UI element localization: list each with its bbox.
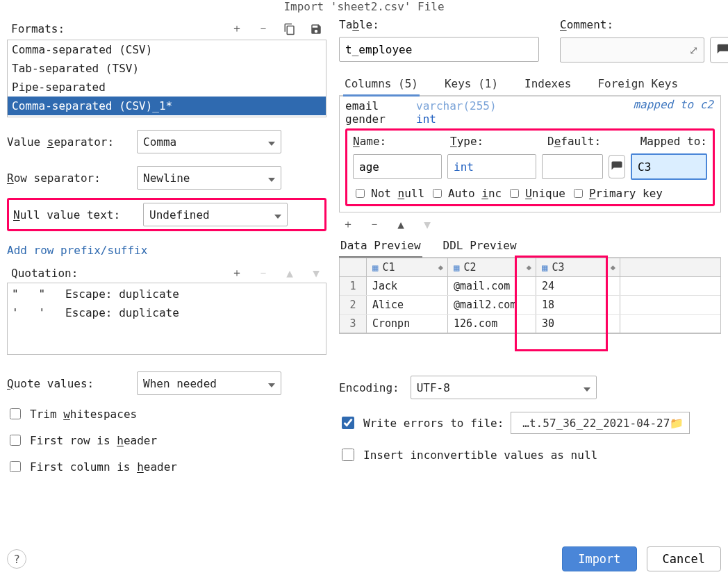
grid-header-c2[interactable]: ▦C2◆ (448, 258, 536, 276)
first-col-header-checkbox[interactable]: First column is header (7, 459, 326, 474)
columns-schema: mapped to c2 emailvarchar(255) genderint… (339, 97, 721, 212)
quotation-item[interactable]: " " Escape: duplicate (12, 287, 322, 301)
grid-cell[interactable]: 30 (536, 315, 620, 333)
remove-column-icon[interactable]: － (368, 218, 381, 231)
trim-whitespaces-checkbox[interactable]: Trim whitespaces (7, 406, 326, 421)
mapped-to-label: Mapped to: (640, 135, 707, 148)
row-separator-label: Row separator: (7, 172, 129, 185)
chevron-down-icon (584, 381, 590, 394)
tab-foreign-keys[interactable]: Foreign Keys (596, 73, 679, 95)
import-button[interactable]: Import (562, 546, 636, 571)
add-prefix-suffix-link[interactable]: Add row prefix/suffix (7, 244, 147, 257)
grid-cell[interactable]: Jack (367, 277, 448, 295)
write-errors-file-input[interactable]: 2021-04-27_22_36_57.txt 📁 (511, 412, 690, 434)
row-index: 3 (340, 315, 367, 333)
value-separator-combo[interactable]: Comma (137, 130, 281, 153)
comment-input[interactable] (560, 37, 704, 62)
chevron-down-icon (268, 377, 275, 390)
move-down-icon: ▼ (310, 267, 322, 280)
encoding-combo[interactable]: UTF-8 (411, 376, 597, 399)
folder-icon[interactable]: 📁 (670, 417, 684, 430)
add-quotation-icon[interactable]: ＋ (231, 267, 243, 280)
add-format-icon[interactable]: ＋ (231, 23, 243, 35)
column-type-input[interactable] (447, 154, 536, 179)
value-separator-label: Value separator: (7, 135, 129, 149)
grid-cell[interactable]: @mail.com (448, 277, 536, 295)
tab-ddl-preview[interactable]: DDL Preview (442, 235, 518, 257)
quotation-label: Quotation: (11, 267, 78, 280)
row-index: 2 (340, 296, 367, 314)
grid-cell[interactable]: @mail2.com (448, 296, 536, 314)
auto-inc-checkbox[interactable]: Auto inc (430, 187, 502, 200)
expand-comment-button[interactable] (710, 37, 728, 63)
grid-header-c3[interactable]: ▦C3◆ (536, 258, 620, 276)
save-format-icon[interactable] (310, 23, 322, 35)
mapped-hint: mapped to c2 (633, 98, 713, 111)
move-column-up-icon[interactable]: ▲ (395, 218, 407, 231)
move-column-down-icon: ▼ (421, 218, 433, 231)
type-label: Type: (450, 135, 533, 148)
grid-cell[interactable]: 18 (536, 296, 620, 314)
quotation-list[interactable]: " " Escape: duplicate ' ' Escape: duplic… (7, 283, 326, 355)
grid-header-c1[interactable]: ▦C1◆ (367, 258, 448, 276)
column-name-input[interactable] (353, 154, 442, 179)
quote-values-label: Quote values: (7, 377, 129, 390)
unique-checkbox[interactable]: Unique (507, 187, 565, 200)
move-up-icon: ▲ (283, 267, 296, 280)
table-label: Table: (339, 18, 539, 31)
insert-null-checkbox[interactable] (342, 449, 354, 461)
chevron-down-icon (268, 172, 275, 185)
chevron-down-icon (268, 135, 275, 149)
table-name-input[interactable] (339, 37, 539, 62)
tab-data-preview[interactable]: Data Preview (339, 235, 422, 258)
not-null-checkbox[interactable]: Not null (353, 187, 424, 200)
write-errors-checkbox[interactable] (342, 417, 354, 429)
first-row-header-checkbox[interactable]: First row is header (7, 433, 326, 448)
null-value-text-combo[interactable]: Undefined (143, 203, 288, 226)
tab-keys[interactable]: Keys (1) (443, 73, 499, 95)
null-value-text-label: Null value text: (13, 208, 135, 221)
tab-indexes[interactable]: Indexes (523, 73, 572, 95)
write-errors-label: Write errors to file: (363, 417, 504, 430)
chevron-down-icon (274, 208, 281, 221)
default-expand-button[interactable] (609, 155, 625, 178)
column-default-input[interactable] (542, 154, 603, 179)
format-item-selected[interactable]: Comma-separated (CSV)_1* (8, 97, 326, 115)
grid-cell[interactable]: 24 (536, 277, 620, 295)
quote-values-combo[interactable]: When needed (137, 371, 281, 395)
name-label: Name: (353, 135, 436, 148)
insert-null-label: Insert inconvertible values as null (363, 449, 597, 462)
grid-corner (340, 258, 367, 276)
format-item[interactable]: Comma-separated (CSV) (8, 40, 326, 59)
grid-cell[interactable]: 126.com (448, 315, 536, 333)
cancel-button[interactable]: Cancel (647, 546, 721, 571)
quotation-item[interactable]: ' ' Escape: duplicate (12, 306, 322, 319)
formats-list[interactable]: Comma-separated (CSV) Tab-separated (TSV… (7, 40, 326, 117)
primary-key-checkbox[interactable]: Primary key (571, 187, 663, 200)
mapped-to-input[interactable] (631, 153, 707, 180)
add-column-icon[interactable]: ＋ (342, 218, 354, 231)
tab-columns[interactable]: Columns (5) (343, 73, 420, 97)
row-separator-combo[interactable]: Newline (137, 166, 281, 190)
window-title: Import 'sheet2.csv' File (7, 0, 721, 18)
format-item[interactable]: Pipe-separated (8, 78, 326, 97)
grid-cell[interactable]: Cronpn (367, 315, 448, 333)
grid-cell[interactable]: Alice (367, 296, 448, 314)
remove-quotation-icon: － (257, 267, 270, 280)
format-item[interactable]: Tab-separated (TSV) (8, 59, 326, 78)
default-label: Default: (547, 135, 610, 148)
copy-format-icon[interactable] (283, 23, 296, 35)
help-button[interactable]: ? (7, 549, 26, 569)
data-preview-grid[interactable]: ▦C1◆ ▦C2◆ ▦C3◆ 1 Jack @mail.com 24 2 Ali… (340, 258, 720, 333)
row-index: 1 (340, 277, 367, 295)
remove-format-icon[interactable]: － (257, 23, 270, 35)
formats-label: Formats: (11, 22, 65, 35)
comment-label: Comment: (560, 18, 728, 31)
encoding-label: Encoding: (339, 381, 399, 394)
